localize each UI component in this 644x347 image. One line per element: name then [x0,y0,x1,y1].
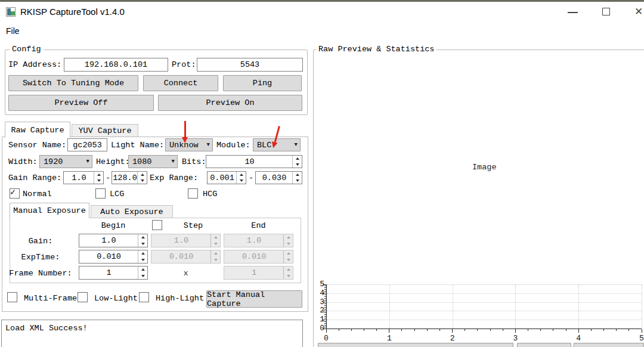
spinner-buttons[interactable] [137,172,147,184]
y-tick-label: 4 [314,289,324,298]
frame-begin-spinbox[interactable]: 1 [79,266,148,280]
high-light-label: High-Light [156,294,204,303]
exptime-step-spinbox: 0.010 [151,250,221,264]
start-manual-capture-button[interactable]: Start Manual Capture [206,290,302,308]
bottom-button-2[interactable] [517,343,571,347]
y-minor-tick [324,318,326,318]
spinner-buttons[interactable] [138,267,147,279]
bottom-button-1[interactable] [318,343,513,347]
y-minor-tick [324,291,326,292]
connect-button[interactable]: Connect [143,75,218,91]
spinner-buttons [283,267,293,279]
range-dash: - [106,174,110,182]
minimize-icon [568,12,578,13]
log-text: Load XML Success! [5,324,88,333]
arrow-stem [184,121,186,137]
y-tick-label: 0 [314,324,324,333]
ip-address-input[interactable]: 192.168.0.101 [64,58,168,72]
high-light-checkbox[interactable] [139,292,149,302]
multi-frame-label: Multi-Frame [24,294,77,303]
x-minor-tick [591,329,592,331]
exptime-end-value: 0.010 [242,252,267,261]
frame-end-spinbox: 1 [224,266,293,280]
y-tick-label: 5 [314,280,324,289]
grid-line-v [515,284,516,329]
tab-manual-exposure[interactable]: Manual Exposure [10,203,89,218]
light-name-label: Light Name: [111,141,164,150]
exptime-begin-value: 0.010 [97,252,121,261]
x-tick-label: 5 [636,334,644,343]
maximize-button[interactable] [599,4,615,20]
step-enable-checkbox[interactable] [152,220,162,230]
exp-max-spinbox[interactable]: 0.030 [255,171,302,184]
close-button[interactable]: ✕ [634,5,644,20]
x-minor-tick [364,329,364,331]
preview-off-button[interactable]: Preview Off [8,95,154,111]
hcg-checkbox[interactable] [188,188,198,199]
grid-line-h [327,293,642,294]
spinner-buttons[interactable] [236,172,246,184]
tab-yuv-capture[interactable]: YUV Capture [72,124,138,137]
spinner-buttons[interactable] [94,172,103,184]
spinner-buttons[interactable] [292,156,302,168]
range-dash: - [249,174,253,182]
normal-checkbox[interactable]: ✓ [10,188,20,199]
spinner-buttons[interactable] [138,234,147,247]
switch-tuning-mode-button[interactable]: Switch To Tuning Mode [8,75,138,91]
gain-max-value: 128.0 [113,174,137,182]
lcg-label: LCG [110,190,124,199]
gain-begin-spinbox[interactable]: 1.0 [79,234,148,247]
arrow-head [270,141,277,148]
window-title: RKISP CaptureTool v1.4.0 [20,7,125,17]
minimize-button[interactable] [564,5,582,19]
gain-max-spinbox[interactable]: 128.0 [112,171,147,184]
bits-value: 10 [244,157,254,166]
x-axis [326,329,642,329]
width-dropdown[interactable]: 1920 ▼ [39,155,92,168]
x-minor-tick [427,329,428,331]
frame-number-row-label: Frame Number: [5,269,76,278]
tab-auto-exposure[interactable]: Auto Exposure [91,205,173,218]
log-box[interactable]: Load XML Success! [1,320,303,347]
raw-preview-legend: Raw Preview & Statistics [316,45,436,54]
low-light-checkbox[interactable] [78,292,88,302]
window-top-edge [0,0,644,2]
height-dropdown[interactable]: 1080 ▼ [128,155,178,168]
ip-address-value: 192.168.0.101 [85,60,147,69]
ping-button[interactable]: Ping [223,75,302,91]
preview-on-button[interactable]: Preview On [158,95,302,111]
x-minor-tick [490,329,491,331]
sensor-name-input[interactable]: gc2053 [67,138,107,151]
x-major-tick [515,329,516,333]
x-tick-label: 3 [509,334,521,343]
light-name-dropdown[interactable]: Unknow ▼ [165,138,213,151]
sensor-name-label: Sensor Name: [8,141,66,150]
exptime-row-label: ExpTime: [5,253,76,262]
x-minor-tick [339,329,339,331]
y-minor-tick [324,312,326,313]
spinner-buttons[interactable] [138,250,147,263]
grid-line-h [327,311,642,311]
lcg-checkbox[interactable] [95,188,106,199]
x-minor-tick [603,329,604,331]
x-minor-tick [528,329,528,331]
spinner-buttons[interactable] [292,172,302,184]
gain-end-spinbox: 1.0 [224,234,293,247]
multi-frame-checkbox[interactable] [7,292,17,302]
x-tick-label: 0 [320,334,332,343]
tab-raw-capture[interactable]: Raw Capture [5,122,70,138]
width-value: 1920 [44,157,63,166]
exp-max-value: 0.030 [262,174,287,182]
bottom-button-3[interactable] [574,343,644,347]
menu-file[interactable]: File [6,26,20,36]
x-minor-tick [477,329,478,331]
bits-spinbox[interactable]: 10 [206,155,302,168]
gain-min-spinbox[interactable]: 1.0 [63,171,104,184]
spinner-buttons [210,250,220,263]
sensor-name-value: gc2053 [73,141,102,150]
exptime-begin-spinbox[interactable]: 0.010 [79,250,148,264]
y-tick-label: 1 [314,315,324,324]
y-minor-tick [324,325,326,326]
exp-min-spinbox[interactable]: 0.001 [207,171,246,184]
port-input[interactable]: 5543 [197,58,303,72]
